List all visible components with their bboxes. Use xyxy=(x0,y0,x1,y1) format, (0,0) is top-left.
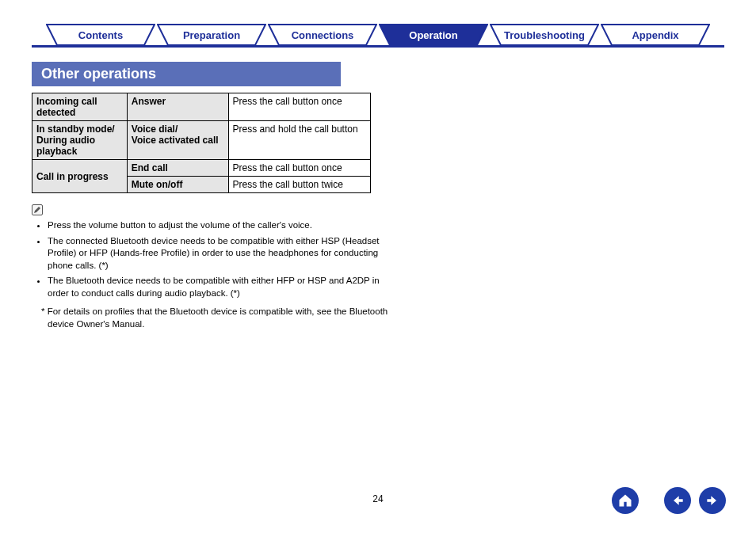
home-icon xyxy=(617,493,633,508)
cell-instruction: Press and hold the call button xyxy=(228,121,370,160)
table-row: Incoming call detected Answer Press the … xyxy=(32,93,371,121)
tab-bar: Contents Preparation Connections Operati… xyxy=(32,24,724,46)
prev-button[interactable] xyxy=(664,487,691,514)
cell-action: End call xyxy=(127,160,228,177)
section-title: Other operations xyxy=(32,62,341,86)
notes-list: Press the volume button to adjust the vo… xyxy=(36,219,393,299)
arrow-right-icon xyxy=(704,493,720,508)
tab-label: Connections xyxy=(292,29,354,41)
cell-action: Answer xyxy=(127,93,228,121)
pencil-icon xyxy=(32,204,43,215)
tab-label: Troubleshooting xyxy=(504,29,585,41)
tab-contents[interactable]: Contents xyxy=(46,24,155,46)
next-button[interactable] xyxy=(699,487,726,514)
cell-state: Incoming call detected xyxy=(32,93,128,121)
note-item: Press the volume button to adjust the vo… xyxy=(48,219,393,232)
tab-troubleshooting[interactable]: Troubleshooting xyxy=(490,24,599,46)
tab-label: Contents xyxy=(78,29,123,41)
tab-preparation[interactable]: Preparation xyxy=(157,24,266,46)
home-button[interactable] xyxy=(612,487,639,514)
tab-operation[interactable]: Operation xyxy=(379,24,488,46)
cell-state: Call in progress xyxy=(32,160,128,193)
cell-action: Mute on/off xyxy=(127,177,228,193)
arrow-left-icon xyxy=(670,493,685,508)
note-asterisk: * For details on profiles that the Bluet… xyxy=(40,306,396,330)
table-row: Call in progress End call Press the call… xyxy=(32,160,371,177)
cell-instruction: Press the call button once xyxy=(228,160,370,177)
cell-state: In standby mode/ During audio playback xyxy=(32,121,128,160)
cell-action: Voice dial/ Voice activated call xyxy=(127,121,228,160)
nav-buttons xyxy=(612,487,726,514)
note-item: The Bluetooth device needs to be compati… xyxy=(48,275,393,299)
note-item: The connected Bluetooth device needs to … xyxy=(48,235,393,272)
operations-table: Incoming call detected Answer Press the … xyxy=(32,93,371,193)
tab-label: Appendix xyxy=(632,29,678,41)
tab-appendix[interactable]: Appendix xyxy=(601,24,710,46)
cell-instruction: Press the call button twice xyxy=(228,177,370,193)
table-row: In standby mode/ During audio playback V… xyxy=(32,121,371,160)
tab-label: Operation xyxy=(409,29,457,41)
cell-instruction: Press the call button once xyxy=(228,93,370,121)
tab-label: Preparation xyxy=(183,29,240,41)
tab-connections[interactable]: Connections xyxy=(268,24,377,46)
